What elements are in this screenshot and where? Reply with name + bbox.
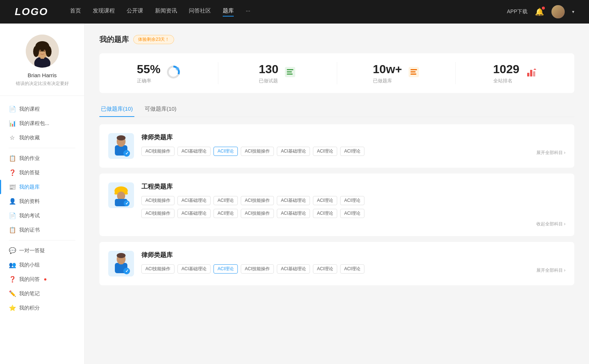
notification-bell[interactable]: 🔔 (535, 7, 544, 16)
qbank-tag[interactable]: ACI基础理论 (177, 196, 211, 205)
qbank-tag[interactable]: ACI技能操作 (241, 264, 274, 274)
stat-accuracy-text: 55% 正确率 (137, 62, 161, 84)
stat-banks: 10w+ 已做题库 (337, 62, 456, 84)
qbank-tag[interactable]: ACI技能操作 (141, 209, 174, 218)
stat-ranking-label: 全站排名 (493, 78, 519, 84)
chevron-down-icon[interactable]: ▾ (572, 9, 574, 14)
stat-accuracy: 55% 正确率 (99, 62, 218, 84)
qbank-tag[interactable]: ACI理论 (313, 196, 337, 205)
qbank-tag[interactable]: ACI理论 (313, 209, 337, 218)
qbank-tag[interactable]: ACI理论 (214, 209, 238, 218)
sidebar-item-label: 我的课程包... (19, 120, 49, 127)
sidebar-item-1v1[interactable]: 💬 一对一答疑 (0, 243, 84, 258)
qbank-card-1-info: 律师类题库 ACI技能操作 ACI基础理论 ACI理论 ACI技能操作 ACI基… (141, 133, 565, 156)
svg-rect-20 (527, 73, 529, 76)
favorites-icon: ☆ (9, 134, 15, 141)
qbank-card-3-info: 律师类题库 ACI技能操作 ACI基础理论 ACI理论 ACI技能操作 ACI基… (141, 251, 565, 274)
qbank-tag[interactable]: ACI基础理论 (177, 209, 211, 218)
qbank-tag[interactable]: ACI理论 (340, 209, 364, 218)
sidebar-item-notes[interactable]: ✏️ 我的笔记 (0, 286, 84, 301)
qbank-tag-active[interactable]: ACI理论 (214, 147, 238, 156)
svg-point-7 (39, 50, 41, 52)
sidebar-item-course-package[interactable]: 📊 我的课程包... (0, 116, 84, 131)
sidebar-motto: 错误的决定比没有决定要好 (16, 81, 69, 87)
stat-banks-number: 10w+ (373, 62, 402, 76)
nav-home[interactable]: 首页 (70, 7, 81, 17)
homework-icon: 📋 (9, 155, 15, 162)
svg-rect-14 (287, 71, 292, 72)
sidebar-item-qa[interactable]: ❓ 我的答疑 (0, 165, 84, 180)
qbank-tag[interactable]: ACI技能操作 (241, 196, 274, 205)
sidebar-item-label: 我的证书 (19, 227, 40, 233)
sidebar-divider-2 (9, 240, 75, 240)
sidebar-item-profile[interactable]: 👤 我的资料 (0, 194, 84, 208)
qbank-icon-engineer: ✓ (108, 182, 134, 208)
stat-ranking-number: 1029 (493, 62, 519, 76)
logo: LOGO (15, 6, 48, 18)
stat-banks-text: 10w+ 已做题库 (373, 62, 402, 84)
sidebar-item-homework[interactable]: 📋 我的作业 (0, 151, 84, 165)
sidebar-menu: 📄 我的课程 📊 我的课程包... ☆ 我的收藏 📋 我的作业 ❓ 我的答疑 � (0, 96, 84, 321)
sidebar-item-myqa[interactable]: ❓ 我的问答 (0, 272, 84, 286)
sidebar-item-group[interactable]: 👥 我的小组 (0, 258, 84, 272)
sidebar-item-label: 我的答疑 (19, 169, 40, 176)
qbank-tag[interactable]: ACI基础理论 (277, 264, 310, 274)
qbank-tag[interactable]: ACI基础理论 (177, 264, 211, 274)
qbank-icon-lawyer-3: ✓ (108, 251, 134, 276)
svg-point-8 (43, 50, 45, 52)
sidebar-item-label: 我的课程 (19, 106, 40, 113)
qbank-tag[interactable]: ACI技能操作 (141, 196, 174, 205)
expand-link-1[interactable]: 展开全部科目 › (536, 150, 565, 156)
qbank-tag[interactable]: ACI理论 (340, 147, 364, 156)
qbank-tag[interactable]: ACI技能操作 (241, 147, 274, 156)
tab-done[interactable]: 已做题库(10) (99, 102, 134, 117)
sidebar-item-favorites[interactable]: ☆ 我的收藏 (0, 131, 84, 145)
tab-todo[interactable]: 可做题库(10) (143, 102, 178, 117)
nav-discover[interactable]: 发现课程 (93, 7, 115, 17)
qbank-tag-active[interactable]: ACI理论 (214, 264, 238, 274)
nav-qa[interactable]: 问答社区 (189, 7, 211, 17)
qbank-tag[interactable]: ACI理论 (313, 264, 337, 274)
collapse-link-2[interactable]: 收起全部科目 › (536, 221, 565, 227)
nav-more[interactable]: ··· (246, 7, 250, 17)
navbar: LOGO 首页 发现课程 公开课 新闻资讯 问答社区 题库 ··· APP下载 … (0, 0, 589, 24)
sidebar-item-exam[interactable]: 📄 我的考试 (0, 208, 84, 223)
qbank-tag[interactable]: ACI理论 (214, 196, 238, 205)
qbank-tag[interactable]: ACI理论 (340, 264, 364, 274)
qbank-tag[interactable]: ACI基础理论 (177, 147, 211, 156)
nav-qbank[interactable]: 题库 (223, 7, 234, 17)
svg-rect-22 (533, 71, 535, 76)
sidebar-item-qbank[interactable]: 📰 我的题库 (0, 180, 84, 194)
qbank-card-3-header: ✓ 律师类题库 ACI技能操作 ACI基础理论 ACI理论 ACI技能操作 AC… (108, 251, 565, 276)
page-layout: Brian Harris 错误的决定比没有决定要好 📄 我的课程 📊 我的课程包… (0, 24, 589, 364)
sidebar-item-points[interactable]: ⭐ 我的积分 (0, 301, 84, 315)
sidebar-item-label: 我的小组 (19, 262, 40, 268)
qbank-tags-1: ACI技能操作 ACI基础理论 ACI理论 ACI技能操作 ACI基础理论 AC… (141, 147, 565, 156)
qbank-tag[interactable]: ACI理论 (340, 196, 364, 205)
qbank-tag[interactable]: ACI技能操作 (141, 264, 174, 274)
qbank-tag[interactable]: ACI基础理论 (277, 147, 310, 156)
notes-icon: ✏️ (9, 290, 15, 297)
main-content: 我的题库 体验剩余23天！ 55% 正确率 (85, 24, 589, 364)
app-download-btn[interactable]: APP下载 (507, 8, 528, 15)
expand-link-3[interactable]: 展开全部科目 › (536, 267, 565, 274)
page-header: 我的题库 体验剩余23天！ (99, 35, 574, 44)
stat-questions-label: 已做试题 (259, 78, 278, 84)
qa-icon: ❓ (9, 169, 15, 176)
nav-open-course[interactable]: 公开课 (127, 7, 143, 17)
svg-rect-17 (410, 69, 417, 70)
stat-ranking: 1029 全站排名 (456, 62, 574, 84)
notification-dot (542, 7, 545, 10)
qbank-card-2-footer: 收起全部科目 › (108, 221, 565, 227)
sidebar-item-course[interactable]: 📄 我的课程 (0, 102, 84, 116)
qbank-tag[interactable]: ACI理论 (313, 147, 337, 156)
qbank-tag[interactable]: ACI基础理论 (277, 196, 310, 205)
svg-point-27 (117, 135, 126, 140)
sidebar-item-cert[interactable]: 📋 我的证书 (0, 223, 84, 237)
avatar[interactable] (551, 5, 565, 18)
qbank-tag[interactable]: ACI基础理论 (277, 209, 310, 218)
qbank-tag[interactable]: ACI技能操作 (141, 147, 174, 156)
nav-news[interactable]: 新闻资讯 (155, 7, 177, 17)
qbank-card-2-info: 工程类题库 ACI技能操作 ACI基础理论 ACI理论 ACI技能操作 ACI基… (141, 182, 565, 218)
qbank-tag[interactable]: ACI技能操作 (241, 209, 274, 218)
